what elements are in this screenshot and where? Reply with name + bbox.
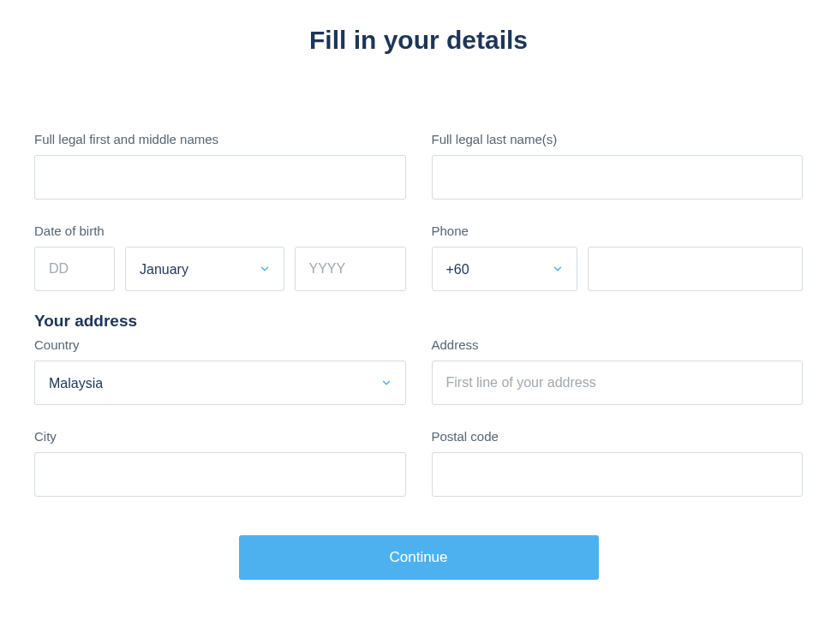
continue-button[interactable]: Continue xyxy=(239,535,599,580)
dob-label: Date of birth xyxy=(34,224,406,238)
first-middle-group: Full legal first and middle names xyxy=(34,132,406,200)
phone-number-input[interactable] xyxy=(588,247,804,291)
phone-label: Phone xyxy=(432,224,804,238)
country-label: Country xyxy=(34,337,406,352)
address-group: Address xyxy=(432,337,804,405)
dob-group-container: Date of birth January xyxy=(34,224,406,291)
address-label: Address xyxy=(432,337,804,352)
country-wrapper: Malaysia xyxy=(34,361,406,405)
phone-code-select[interactable]: +60 xyxy=(432,247,577,291)
last-name-group: Full legal last name(s) xyxy=(432,132,804,200)
last-name-input[interactable] xyxy=(432,155,804,200)
dob-year-input[interactable] xyxy=(295,247,406,291)
first-middle-input[interactable] xyxy=(34,155,406,200)
dob-inputs: January xyxy=(34,247,406,291)
row-country-address: Country Malaysia Address xyxy=(34,337,803,405)
address-input[interactable] xyxy=(432,361,804,405)
row-city-postal: City Postal code xyxy=(34,429,803,497)
last-name-label: Full legal last name(s) xyxy=(432,132,804,146)
city-input[interactable] xyxy=(34,452,406,497)
row-dob-phone: Date of birth January Phone xyxy=(34,224,803,291)
first-middle-label: Full legal first and middle names xyxy=(34,132,406,146)
dob-month-select[interactable]: January xyxy=(125,247,284,291)
postal-input[interactable] xyxy=(432,452,804,497)
phone-group-container: Phone +60 xyxy=(432,224,804,291)
dob-day-input[interactable] xyxy=(34,247,115,291)
continue-wrapper: Continue xyxy=(34,535,803,580)
city-group: City xyxy=(34,429,406,497)
address-section: Your address Country Malaysia Address xyxy=(34,312,803,497)
page-title: Fill in your details xyxy=(34,26,803,55)
postal-label: Postal code xyxy=(432,429,804,444)
phone-inputs: +60 xyxy=(432,247,804,291)
country-select[interactable]: Malaysia xyxy=(34,361,406,405)
phone-code-wrapper: +60 xyxy=(432,247,577,291)
form-container: Full legal first and middle names Full l… xyxy=(34,132,803,580)
row-names: Full legal first and middle names Full l… xyxy=(34,132,803,200)
city-label: City xyxy=(34,429,406,444)
country-group: Country Malaysia xyxy=(34,337,406,405)
dob-month-wrapper: January xyxy=(125,247,284,291)
postal-group: Postal code xyxy=(432,429,804,497)
address-heading: Your address xyxy=(34,312,803,331)
